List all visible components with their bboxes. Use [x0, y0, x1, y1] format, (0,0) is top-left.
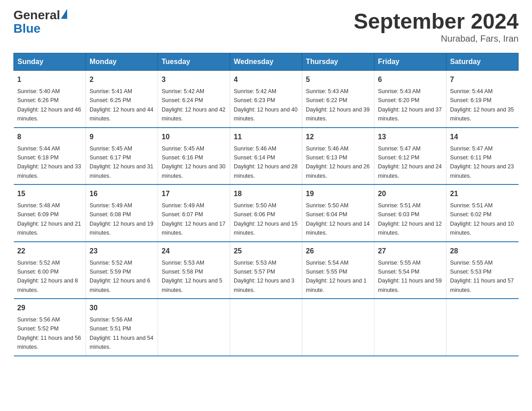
day-info: Sunrise: 5:46 AMSunset: 6:13 PMDaylight:…	[306, 146, 369, 179]
header-day-monday: Monday	[86, 53, 158, 71]
day-info: Sunrise: 5:56 AMSunset: 5:51 PMDaylight:…	[90, 317, 153, 350]
header-row: SundayMondayTuesdayWednesdayThursdayFrid…	[14, 53, 519, 71]
day-info: Sunrise: 5:47 AMSunset: 6:11 PMDaylight:…	[450, 146, 514, 179]
day-info: Sunrise: 5:50 AMSunset: 6:04 PMDaylight:…	[306, 202, 369, 236]
calendar-cell: 7 Sunrise: 5:44 AMSunset: 6:19 PMDayligh…	[446, 71, 519, 128]
header-day-thursday: Thursday	[302, 53, 374, 71]
logo-blue-text: Blue	[13, 21, 67, 36]
day-number: 20	[378, 188, 442, 199]
calendar-cell: 3 Sunrise: 5:42 AMSunset: 6:24 PMDayligh…	[158, 71, 230, 128]
day-info: Sunrise: 5:55 AMSunset: 5:54 PMDaylight:…	[378, 260, 442, 293]
calendar-title: September 2024	[354, 9, 519, 34]
calendar-cell: 1 Sunrise: 5:40 AMSunset: 6:26 PMDayligh…	[14, 71, 86, 128]
day-info: Sunrise: 5:53 AMSunset: 5:57 PMDaylight:…	[234, 260, 295, 293]
calendar-week-1: 1 Sunrise: 5:40 AMSunset: 6:26 PMDayligh…	[14, 71, 519, 128]
calendar-cell: 22 Sunrise: 5:52 AMSunset: 6:00 PMDaylig…	[14, 242, 86, 299]
day-number: 15	[17, 188, 82, 199]
day-info: Sunrise: 5:40 AMSunset: 6:26 PMDaylight:…	[17, 88, 81, 122]
day-info: Sunrise: 5:42 AMSunset: 6:24 PMDaylight:…	[162, 88, 225, 122]
day-number: 17	[162, 188, 226, 199]
calendar-table: SundayMondayTuesdayWednesdayThursdayFrid…	[13, 53, 519, 356]
header-day-saturday: Saturday	[446, 53, 519, 71]
day-info: Sunrise: 5:48 AMSunset: 6:09 PMDaylight:…	[17, 202, 81, 236]
day-number: 29	[17, 303, 82, 313]
day-number: 25	[234, 246, 298, 257]
day-number: 21	[450, 188, 515, 199]
day-info: Sunrise: 5:44 AMSunset: 6:18 PMDaylight:…	[17, 146, 81, 179]
calendar-cell: 9 Sunrise: 5:45 AMSunset: 6:17 PMDayligh…	[86, 128, 158, 185]
day-number: 4	[234, 74, 298, 85]
calendar-cell: 15 Sunrise: 5:48 AMSunset: 6:09 PMDaylig…	[14, 184, 86, 242]
day-info: Sunrise: 5:51 AMSunset: 6:03 PMDaylight:…	[378, 202, 442, 236]
calendar-cell: 19 Sunrise: 5:50 AMSunset: 6:04 PMDaylig…	[302, 184, 374, 242]
day-number: 8	[17, 132, 82, 142]
header-day-friday: Friday	[374, 53, 446, 71]
logo: General Blue	[13, 9, 67, 36]
logo-general-text: General	[13, 9, 60, 21]
day-number: 14	[450, 132, 515, 142]
day-info: Sunrise: 5:54 AMSunset: 5:55 PMDaylight:…	[306, 260, 367, 293]
day-number: 22	[17, 246, 82, 257]
day-number: 7	[450, 74, 515, 85]
day-number: 13	[378, 132, 442, 142]
day-info: Sunrise: 5:52 AMSunset: 6:00 PMDaylight:…	[17, 260, 78, 293]
day-info: Sunrise: 5:42 AMSunset: 6:23 PMDaylight:…	[234, 88, 297, 122]
day-info: Sunrise: 5:52 AMSunset: 5:59 PMDaylight:…	[90, 260, 150, 293]
calendar-cell	[158, 299, 230, 356]
day-info: Sunrise: 5:55 AMSunset: 5:53 PMDaylight:…	[450, 260, 514, 293]
calendar-cell	[374, 299, 446, 356]
header-day-tuesday: Tuesday	[158, 53, 230, 71]
calendar-subtitle: Nurabad, Fars, Iran	[354, 34, 519, 44]
calendar-cell: 12 Sunrise: 5:46 AMSunset: 6:13 PMDaylig…	[302, 128, 374, 185]
day-number: 12	[306, 132, 370, 142]
day-number: 10	[162, 132, 226, 142]
calendar-cell: 16 Sunrise: 5:49 AMSunset: 6:08 PMDaylig…	[86, 184, 158, 242]
day-number: 6	[378, 74, 442, 85]
calendar-cell: 29 Sunrise: 5:56 AMSunset: 5:52 PMDaylig…	[14, 299, 86, 356]
calendar-cell: 25 Sunrise: 5:53 AMSunset: 5:57 PMDaylig…	[230, 242, 302, 299]
calendar-week-3: 15 Sunrise: 5:48 AMSunset: 6:09 PMDaylig…	[14, 184, 519, 242]
calendar-cell: 30 Sunrise: 5:56 AMSunset: 5:51 PMDaylig…	[86, 299, 158, 356]
day-info: Sunrise: 5:49 AMSunset: 6:08 PMDaylight:…	[90, 202, 153, 236]
calendar-cell	[302, 299, 374, 356]
calendar-header: SundayMondayTuesdayWednesdayThursdayFrid…	[14, 53, 519, 71]
header-day-wednesday: Wednesday	[230, 53, 302, 71]
calendar-cell: 24 Sunrise: 5:53 AMSunset: 5:58 PMDaylig…	[158, 242, 230, 299]
calendar-week-5: 29 Sunrise: 5:56 AMSunset: 5:52 PMDaylig…	[14, 299, 519, 356]
calendar-cell: 10 Sunrise: 5:45 AMSunset: 6:16 PMDaylig…	[158, 128, 230, 185]
day-info: Sunrise: 5:45 AMSunset: 6:17 PMDaylight:…	[90, 146, 153, 179]
day-number: 27	[378, 246, 442, 257]
day-number: 2	[90, 74, 154, 85]
calendar-cell: 5 Sunrise: 5:43 AMSunset: 6:22 PMDayligh…	[302, 71, 374, 128]
calendar-cell	[230, 299, 302, 356]
day-number: 9	[90, 132, 154, 142]
calendar-cell: 6 Sunrise: 5:43 AMSunset: 6:20 PMDayligh…	[374, 71, 446, 128]
day-info: Sunrise: 5:46 AMSunset: 6:14 PMDaylight:…	[234, 146, 297, 179]
calendar-cell: 26 Sunrise: 5:54 AMSunset: 5:55 PMDaylig…	[302, 242, 374, 299]
day-number: 1	[17, 74, 82, 85]
calendar-cell: 14 Sunrise: 5:47 AMSunset: 6:11 PMDaylig…	[446, 128, 519, 185]
day-number: 18	[234, 188, 298, 199]
day-info: Sunrise: 5:51 AMSunset: 6:02 PMDaylight:…	[450, 202, 514, 236]
calendar-cell: 17 Sunrise: 5:49 AMSunset: 6:07 PMDaylig…	[158, 184, 230, 242]
day-info: Sunrise: 5:44 AMSunset: 6:19 PMDaylight:…	[450, 88, 514, 122]
day-number: 19	[306, 188, 370, 199]
calendar-cell: 8 Sunrise: 5:44 AMSunset: 6:18 PMDayligh…	[14, 128, 86, 185]
day-info: Sunrise: 5:45 AMSunset: 6:16 PMDaylight:…	[162, 146, 225, 179]
calendar-cell: 27 Sunrise: 5:55 AMSunset: 5:54 PMDaylig…	[374, 242, 446, 299]
day-number: 5	[306, 74, 370, 85]
day-info: Sunrise: 5:41 AMSunset: 6:25 PMDaylight:…	[90, 88, 153, 122]
calendar-cell: 13 Sunrise: 5:47 AMSunset: 6:12 PMDaylig…	[374, 128, 446, 185]
day-number: 24	[162, 246, 226, 257]
day-number: 26	[306, 246, 370, 257]
calendar-cell: 2 Sunrise: 5:41 AMSunset: 6:25 PMDayligh…	[86, 71, 158, 128]
day-number: 30	[90, 303, 154, 313]
day-number: 23	[90, 246, 154, 257]
logo-triangle-icon	[61, 9, 67, 19]
page-header: General Blue September 2024 Nurabad, Far…	[13, 9, 519, 44]
calendar-cell: 4 Sunrise: 5:42 AMSunset: 6:23 PMDayligh…	[230, 71, 302, 128]
calendar-cell: 28 Sunrise: 5:55 AMSunset: 5:53 PMDaylig…	[446, 242, 519, 299]
title-block: September 2024 Nurabad, Fars, Iran	[354, 9, 519, 44]
calendar-cell	[446, 299, 519, 356]
day-info: Sunrise: 5:53 AMSunset: 5:58 PMDaylight:…	[162, 260, 223, 293]
